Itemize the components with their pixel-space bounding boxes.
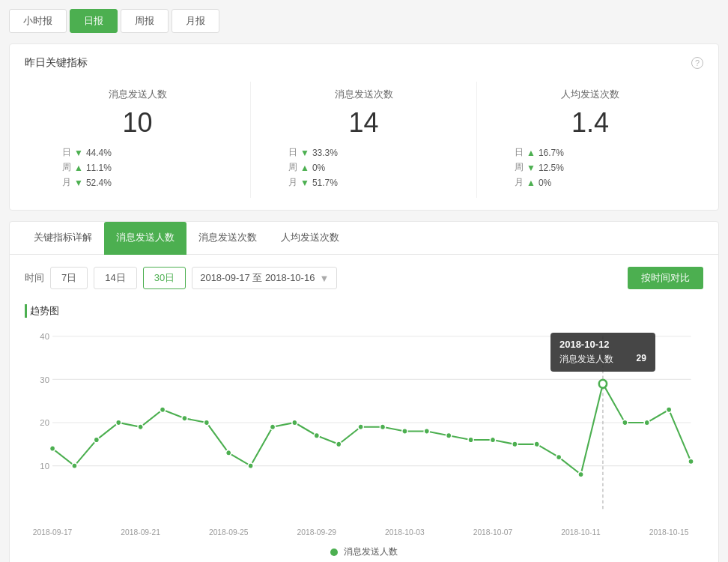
svg-text:10: 10 — [40, 462, 49, 471]
svg-text:20: 20 — [40, 418, 49, 427]
date-range-picker[interactable]: 2018-09-17 至 2018-10-16 ▼ — [192, 267, 337, 289]
svg-point-30 — [336, 441, 342, 447]
line-chart: 102030402018-09-172018-09-212018-09-2520… — [25, 328, 703, 538]
svg-point-47 — [599, 380, 607, 388]
svg-point-33 — [402, 429, 407, 435]
time-label: 时间 — [25, 271, 44, 285]
help-icon[interactable]: ? — [691, 57, 703, 69]
kpi-title-text: 昨日关键指标 — [25, 56, 88, 70]
arrow-icon: ▲ — [300, 163, 309, 173]
svg-point-27 — [270, 424, 275, 430]
svg-text:30: 30 — [40, 375, 49, 384]
time-30-btn[interactable]: 30日 — [143, 267, 186, 289]
svg-point-20 — [116, 420, 121, 426]
kpi-grid: 消息发送人数 10 日 ▼ 44.4% 周 ▲ 11.1% 月 — [25, 82, 703, 198]
svg-point-31 — [358, 424, 363, 430]
arrow-icon: ▼ — [527, 163, 536, 173]
date-range-text: 2018-09-17 至 2018-10-16 — [200, 271, 315, 285]
svg-text:2018-10-07: 2018-10-07 — [473, 527, 513, 536]
svg-point-21 — [138, 424, 143, 430]
stat-row: 月 ▼ 51.7% — [288, 176, 338, 189]
detail-tab-0[interactable]: 关键指标详解 — [22, 222, 104, 255]
kpi-item-avg-send: 人均发送次数 1.4 日 ▲ 16.7% 周 ▼ 12.5% 月 — [477, 82, 703, 198]
legend-label: 消息发送人数 — [344, 546, 398, 558]
compare-button[interactable]: 按时间对比 — [628, 267, 703, 289]
svg-point-25 — [226, 450, 231, 456]
svg-point-41 — [578, 471, 583, 477]
kpi-value-2: 1.4 — [492, 107, 688, 139]
stat-row: 日 ▲ 16.7% — [515, 146, 564, 159]
arrow-icon: ▲ — [527, 178, 536, 188]
stat-row: 周 ▲ 11.1% — [62, 161, 112, 174]
svg-text:2018-09-25: 2018-09-25 — [209, 527, 249, 536]
svg-text:2018-09-21: 2018-09-21 — [121, 527, 160, 536]
kpi-value-0: 10 — [40, 107, 235, 139]
stat-row: 月 ▼ 52.4% — [62, 176, 112, 189]
kpi-item-send-times: 消息发送次数 14 日 ▼ 33.3% 周 ▲ 0% 月 ▼ — [251, 82, 477, 198]
svg-text:40: 40 — [40, 332, 49, 341]
svg-text:2018-10-03: 2018-10-03 — [385, 527, 425, 536]
detail-tab-3[interactable]: 人均发送次数 — [269, 222, 351, 255]
svg-text:2018-09-17: 2018-09-17 — [33, 527, 73, 536]
kpi-label-0: 消息发送人数 — [40, 88, 235, 101]
tab-weekly[interactable]: 周报 — [121, 9, 169, 33]
arrow-icon: ▼ — [74, 148, 83, 158]
svg-point-34 — [424, 429, 429, 435]
svg-point-28 — [292, 420, 297, 426]
svg-point-38 — [512, 441, 518, 447]
kpi-stats-1: 日 ▼ 33.3% 周 ▲ 0% 月 ▼ 51.7% — [266, 146, 461, 189]
kpi-stats-0: 日 ▼ 44.4% 周 ▲ 11.1% 月 ▼ 52.4% — [40, 146, 235, 189]
detail-tab-1[interactable]: 消息发送人数 — [104, 222, 186, 255]
svg-point-23 — [182, 415, 187, 421]
svg-point-26 — [248, 463, 253, 469]
svg-text:2018-10-11: 2018-10-11 — [561, 527, 601, 536]
svg-point-36 — [468, 437, 473, 443]
stat-row: 周 ▼ 12.5% — [515, 161, 564, 174]
svg-point-29 — [314, 433, 319, 439]
svg-point-19 — [94, 437, 99, 443]
svg-point-45 — [667, 407, 672, 413]
svg-point-40 — [556, 454, 562, 460]
kpi-item-send-users: 消息发送人数 10 日 ▼ 44.4% 周 ▲ 11.1% 月 — [25, 82, 251, 198]
svg-point-22 — [160, 407, 165, 413]
svg-point-24 — [204, 420, 209, 426]
svg-text:2018-10-15: 2018-10-15 — [649, 527, 689, 536]
arrow-icon: ▲ — [74, 163, 83, 173]
chart-title-bar: 趋势图 — [25, 304, 703, 318]
tab-bar: 小时报 日报 周报 月报 — [9, 9, 719, 33]
tab-monthly[interactable]: 月报 — [172, 9, 219, 33]
tab-daily[interactable]: 日报 — [70, 9, 118, 33]
detail-tab-2[interactable]: 消息发送次数 — [186, 222, 269, 255]
svg-point-46 — [688, 459, 694, 465]
kpi-card: 昨日关键指标 ? 消息发送人数 10 日 ▼ 44.4% 周 ▲ 11.1% — [9, 43, 719, 211]
arrow-icon: ▼ — [300, 148, 309, 158]
tab-hourly[interactable]: 小时报 — [9, 9, 67, 33]
svg-point-35 — [446, 433, 452, 439]
page-wrapper: 小时报 日报 周报 月报 昨日关键指标 ? 消息发送人数 10 日 ▼ 44.4… — [0, 0, 728, 562]
legend-dot — [330, 549, 338, 556]
chart-container: 102030402018-09-172018-09-212018-09-2520… — [25, 328, 703, 538]
time-7-btn[interactable]: 7日 — [50, 267, 88, 289]
arrow-icon: ▼ — [74, 178, 83, 188]
svg-point-17 — [49, 446, 55, 452]
kpi-label-1: 消息发送次数 — [266, 88, 461, 101]
stat-row: 日 ▼ 44.4% — [62, 146, 112, 159]
detail-tabs: 关键指标详解 消息发送人数 消息发送次数 人均发送次数 — [10, 222, 718, 255]
svg-point-39 — [534, 441, 539, 447]
svg-point-32 — [380, 424, 385, 430]
time-14-btn[interactable]: 14日 — [94, 267, 136, 289]
svg-point-18 — [72, 463, 77, 469]
arrow-icon: ▲ — [527, 148, 536, 158]
kpi-stats-2: 日 ▲ 16.7% 周 ▼ 12.5% 月 ▲ 0% — [492, 146, 688, 189]
detail-card: 关键指标详解 消息发送人数 消息发送次数 人均发送次数 时间 7日 14日 30… — [9, 221, 719, 562]
time-controls: 时间 7日 14日 30日 2018-09-17 至 2018-10-16 ▼ … — [25, 267, 703, 289]
svg-text:2018-09-29: 2018-09-29 — [297, 527, 337, 536]
kpi-card-title: 昨日关键指标 ? — [25, 56, 703, 70]
kpi-value-1: 14 — [266, 107, 461, 139]
chart-legend: 消息发送人数 — [25, 546, 703, 558]
svg-point-44 — [644, 420, 649, 426]
stat-row: 日 ▼ 33.3% — [288, 146, 338, 159]
svg-point-43 — [622, 420, 628, 426]
arrow-icon: ▼ — [300, 178, 309, 188]
stat-row: 周 ▲ 0% — [288, 161, 325, 174]
